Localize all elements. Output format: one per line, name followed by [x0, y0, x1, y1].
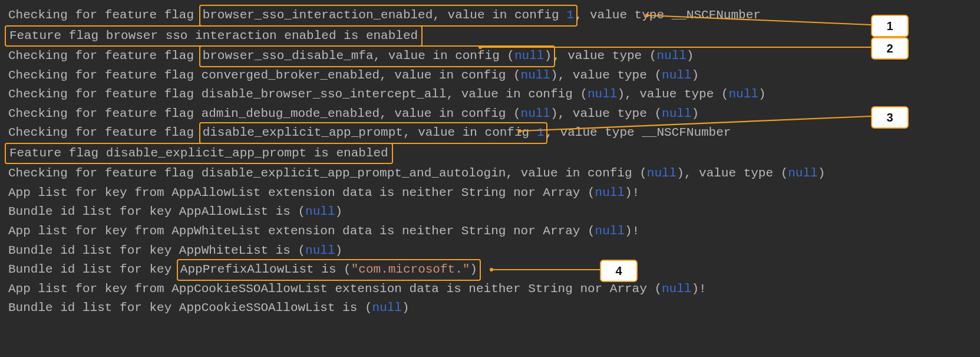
log-text: browser_sso_disable_mfa — [203, 49, 374, 63]
log-line: App list for key from AppWhiteList exten… — [8, 222, 972, 241]
token-null: null — [662, 68, 691, 82]
log-text: ) — [550, 107, 558, 120]
log-text: , value in config — [380, 107, 513, 120]
log-line: Checking for feature flag admin_debug_mo… — [8, 104, 972, 124]
log-text: , value type — [625, 87, 721, 101]
log-viewport: Checking for feature flag browser_sso_in… — [0, 0, 980, 357]
log-text: Bundle id list for key — [8, 301, 179, 315]
log-text: AppAllowList — [179, 205, 268, 218]
token-null: null — [595, 224, 625, 238]
token-null: null — [662, 282, 691, 296]
log-text: , value type — [575, 8, 672, 22]
callout-4: 4 — [600, 260, 638, 282]
token-null: null — [305, 244, 335, 257]
token-number: 1 — [566, 8, 574, 22]
log-text: is ( — [268, 205, 305, 218]
log-text: , value type — [545, 126, 642, 139]
token-number: 1 — [537, 126, 545, 139]
log-line: Feature flag browser sso interaction ena… — [8, 25, 972, 47]
log-text: Feature flag browser sso interaction ena… — [9, 29, 418, 42]
log-text: AppPrefixAllowList — [180, 263, 314, 276]
token-null: null — [656, 49, 686, 63]
log-text: Bundle id list for key — [8, 205, 179, 218]
log-text: ) — [402, 301, 410, 315]
callout-1: 1 — [871, 15, 909, 37]
highlight-box: disable_explicit_app_prompt, value in co… — [199, 122, 548, 144]
log-text: ( — [649, 49, 657, 63]
log-line: Bundle id list for key AppAllowList is (… — [8, 202, 972, 222]
log-text: , value type — [558, 107, 655, 120]
log-text: is ( — [314, 263, 351, 276]
log-line: Feature flag disable_explicit_app_prompt… — [8, 143, 972, 165]
token-null: null — [662, 107, 691, 120]
log-text: admin_debug_mode_enabled — [202, 107, 380, 120]
token-null: null — [372, 301, 402, 315]
log-line: Checking for feature flag browser_sso_in… — [8, 6, 972, 25]
log-text: extension data is neither String nor Arr… — [328, 282, 662, 296]
token-null: null — [595, 186, 625, 199]
log-text: AppWhiteList — [179, 244, 268, 257]
log-text: App list for key from — [8, 186, 171, 199]
log-text: ( — [654, 68, 662, 82]
log-line: Checking for feature flag disable_explic… — [8, 164, 972, 184]
log-text: ) — [335, 205, 343, 218]
log-text: ) — [335, 244, 343, 257]
log-text: AppCookieSSOAllowList — [179, 301, 335, 315]
log-text: , value in config — [374, 49, 507, 63]
log-text: Checking for feature flag — [8, 8, 202, 22]
highlight-box: browser_sso_interaction_enabled, value i… — [199, 5, 578, 27]
log-text: ( — [513, 68, 521, 82]
log-line: Checking for feature flag converged_brok… — [8, 66, 972, 86]
log-text: ) — [544, 49, 552, 63]
callout-3: 3 — [871, 106, 909, 129]
log-text: , value in config — [380, 68, 513, 82]
log-text: )! — [691, 282, 706, 296]
callout-2: 2 — [871, 37, 909, 60]
token-null: null — [588, 87, 617, 101]
log-text: , value in config — [403, 126, 537, 139]
log-line: App list for key from AppAllowList exten… — [8, 184, 972, 203]
log-text: extension data is neither String nor Arr… — [260, 224, 595, 238]
log-text: disable_explicit_app_prompt — [203, 126, 403, 139]
log-line: Checking for feature flag disable_explic… — [8, 123, 972, 143]
log-text: ) — [470, 263, 477, 276]
log-line: App list for key from AppCookieSSOAllowL… — [8, 280, 972, 299]
highlight-box: Feature flag browser sso interaction ena… — [5, 25, 423, 47]
log-text: Checking for feature flag — [8, 87, 202, 101]
highlight-box: browser_sso_disable_mfa, value in config… — [199, 45, 555, 67]
log-text: converged_broker_enabled — [202, 68, 380, 82]
log-text: AppCookieSSOAllowList — [171, 282, 328, 296]
token-string: "com.microsoft." — [351, 263, 470, 276]
log-text: , value in config — [447, 87, 580, 101]
token-null: null — [521, 107, 550, 120]
log-text: Feature flag disable_explicit_app_prompt… — [9, 146, 388, 160]
log-line: Checking for feature flag disable_browse… — [8, 85, 972, 104]
log-text: ) — [677, 166, 684, 180]
highlight-box: Feature flag disable_explicit_app_prompt… — [5, 143, 393, 165]
token-null: null — [647, 166, 677, 180]
log-line: Bundle id list for key AppWhiteList is (… — [8, 241, 972, 261]
log-line: Bundle id list for key AppCookieSSOAllow… — [8, 299, 972, 318]
log-text: ) — [687, 49, 694, 63]
log-text: Bundle id list for key — [8, 244, 179, 257]
token-null: null — [305, 205, 335, 218]
log-text: ( — [580, 87, 588, 101]
log-text: Checking for feature flag — [8, 49, 202, 63]
log-text: ( — [507, 49, 514, 63]
log-text: ) — [758, 87, 766, 101]
log-text: ) — [691, 68, 699, 82]
log-text: Bundle id list for key — [8, 263, 179, 276]
log-text: Checking for feature flag — [8, 107, 202, 120]
log-text: extension data is neither String nor Arr… — [260, 186, 595, 199]
log-text: ) — [691, 107, 699, 120]
log-text: , value in config — [506, 166, 639, 180]
token-null: null — [521, 68, 550, 82]
log-text: Checking for feature flag — [8, 126, 202, 139]
log-text: __NSCFNumber — [642, 126, 731, 139]
log-line: Checking for feature flag browser_sso_di… — [8, 47, 972, 66]
log-text: ( — [513, 107, 521, 120]
log-text: , value type — [558, 68, 655, 82]
log-text: ( — [721, 87, 729, 101]
log-line: Bundle id list for key AppPrefixAllowLis… — [8, 260, 972, 280]
log-text: ( — [639, 166, 647, 180]
